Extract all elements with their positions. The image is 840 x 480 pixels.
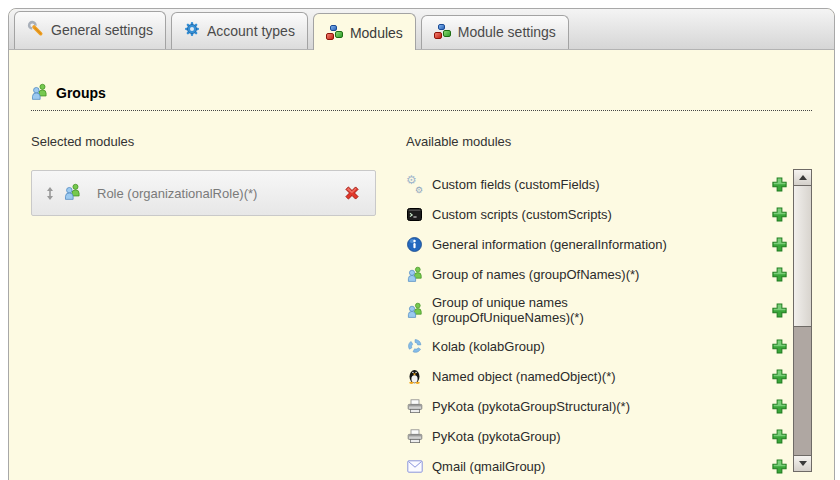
- available-module-row: PyKota (pykotaGroup): [406, 421, 788, 451]
- printer-icon: [406, 399, 423, 414]
- add-plus-icon: [771, 266, 788, 283]
- scroll-down-button[interactable]: [794, 455, 811, 471]
- group-icon: [406, 266, 423, 282]
- available-module-row: Group of unique names (groupOfUniqueName…: [406, 289, 788, 331]
- down-arrow-icon: [799, 461, 807, 466]
- add-module-button[interactable]: [771, 236, 788, 253]
- add-module-button[interactable]: [771, 398, 788, 415]
- add-plus-icon: [771, 398, 788, 415]
- scrollbar-track[interactable]: [794, 327, 811, 455]
- tab-label: General settings: [51, 22, 153, 38]
- add-module-button[interactable]: [771, 302, 788, 319]
- tab-label: Account types: [207, 23, 295, 39]
- terminal-icon: [406, 208, 423, 221]
- settings-window: General settings Account types: [8, 8, 835, 480]
- group-icon: [406, 302, 423, 318]
- groups-icon: [31, 83, 48, 103]
- group-icon: [64, 183, 81, 204]
- section-title: Groups: [56, 85, 106, 101]
- remove-module-button[interactable]: [343, 184, 361, 202]
- add-plus-icon: [771, 236, 788, 253]
- selected-modules-label: Selected modules: [31, 134, 406, 149]
- available-modules-label: Available modules: [406, 134, 812, 149]
- envelope-icon: [406, 460, 423, 473]
- available-module-row: Kolab (kolabGroup): [406, 331, 788, 361]
- add-plus-icon: [771, 458, 788, 475]
- add-module-button[interactable]: [771, 338, 788, 355]
- available-module-row: Named object (namedObject)(*): [406, 361, 788, 391]
- available-module-row: PyKota (pykotaGroupStructural)(*): [406, 391, 788, 421]
- modules-icon: [326, 25, 343, 41]
- tab-label: Module settings: [458, 24, 556, 40]
- tab-label: Modules: [350, 25, 403, 41]
- gear-icon: [184, 21, 200, 40]
- tab-bar: General settings Account types: [9, 9, 834, 50]
- delete-x-icon: [343, 184, 361, 202]
- available-module-row: General information (generalInformation): [406, 229, 788, 259]
- selected-module-row[interactable]: Role (organizationalRole)(*): [31, 170, 376, 216]
- add-plus-icon: [771, 428, 788, 445]
- wrench-icon: [27, 20, 44, 40]
- add-plus-icon: [771, 176, 788, 193]
- available-modules-list: ⚙⚙ Custom fields (customFields): [406, 169, 793, 480]
- tab-account-types[interactable]: Account types: [171, 12, 308, 49]
- available-module-row: Qmail (qmailGroup): [406, 451, 788, 480]
- info-icon: [406, 237, 423, 252]
- custom-fields-icon: ⚙⚙: [406, 176, 423, 192]
- available-module-row: ⚙⚙ Custom fields (customFields): [406, 169, 788, 199]
- add-plus-icon: [771, 368, 788, 385]
- add-module-button[interactable]: [771, 176, 788, 193]
- scrollbar[interactable]: [793, 169, 812, 472]
- add-module-button[interactable]: [771, 458, 788, 475]
- scrollbar-thumb[interactable]: [794, 186, 811, 327]
- module-settings-icon: [434, 24, 451, 40]
- tab-general-settings[interactable]: General settings: [14, 11, 166, 49]
- groups-section-header: Groups: [31, 83, 812, 111]
- add-module-button[interactable]: [771, 368, 788, 385]
- tux-icon: [406, 368, 423, 384]
- available-module-row: Group of names (groupOfNames)(*): [406, 259, 788, 289]
- scroll-up-button[interactable]: [794, 170, 811, 186]
- tab-modules[interactable]: Modules: [313, 13, 416, 50]
- selected-module-name: Role (organizationalRole)(*): [97, 186, 333, 201]
- tab-module-settings[interactable]: Module settings: [421, 15, 569, 49]
- up-arrow-icon: [799, 175, 807, 180]
- add-plus-icon: [771, 338, 788, 355]
- add-plus-icon: [771, 206, 788, 223]
- add-module-button[interactable]: [771, 206, 788, 223]
- add-module-button[interactable]: [771, 428, 788, 445]
- add-plus-icon: [771, 302, 788, 319]
- kolab-icon: [406, 338, 423, 354]
- drag-handle-icon[interactable]: [46, 187, 54, 200]
- add-module-button[interactable]: [771, 266, 788, 283]
- available-module-row: Custom scripts (customScripts): [406, 199, 788, 229]
- printer-icon: [406, 429, 423, 444]
